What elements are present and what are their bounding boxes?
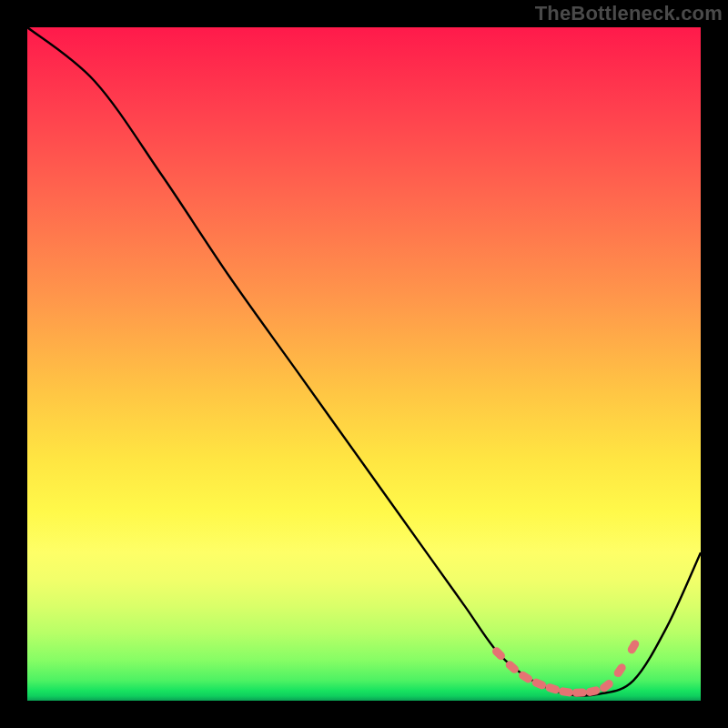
plot-area [27, 27, 701, 701]
marker-group [490, 639, 641, 697]
marker-dot [572, 688, 587, 696]
chart-frame: TheBottleneck.com [0, 0, 728, 728]
bottleneck-curve [27, 27, 701, 695]
watermark-text: TheBottleneck.com [535, 2, 723, 25]
marker-dot [558, 687, 573, 697]
curve-layer [27, 27, 701, 701]
marker-dot [626, 639, 641, 655]
marker-dot [531, 677, 547, 691]
marker-dot [612, 662, 627, 679]
